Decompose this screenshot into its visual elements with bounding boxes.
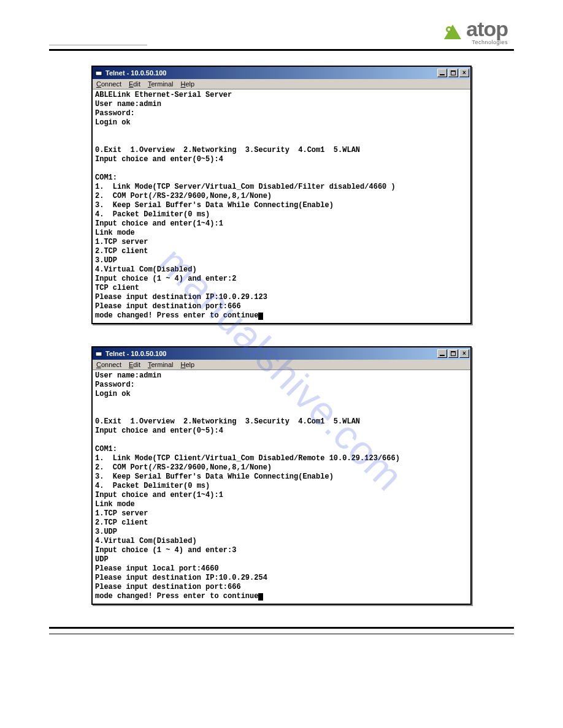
maximize-icon — [451, 70, 456, 75]
telnet-window-2: Telnet - 10.0.50.100 × Connect Edit Term… — [91, 346, 472, 605]
telnet-window-1: Telnet - 10.0.50.100 × Connect Edit Term… — [91, 66, 472, 324]
system-menu-icon[interactable] — [94, 69, 103, 77]
minimize-button[interactable] — [437, 69, 447, 77]
menu-terminal[interactable]: Terminal — [148, 361, 174, 368]
titlebar[interactable]: Telnet - 10.0.50.100 × — [93, 67, 470, 79]
brand-logo: atop Technologies — [442, 18, 508, 45]
logo-mark-icon — [442, 21, 464, 43]
cursor-icon — [258, 593, 263, 601]
minimize-button[interactable] — [437, 349, 447, 358]
menubar: Connect Edit Terminal Help — [93, 360, 470, 370]
logo-word: atop — [466, 18, 508, 39]
close-icon: × — [462, 70, 466, 76]
terminal-output-2[interactable]: User name:admin Password: Login ok 0.Exi… — [93, 370, 470, 604]
maximize-button[interactable] — [448, 349, 458, 358]
minimize-icon — [440, 355, 445, 356]
terminal-output-1[interactable]: ABLELink Ethernet-Serial Server User nam… — [93, 89, 470, 323]
maximize-button[interactable] — [448, 69, 458, 77]
menu-edit[interactable]: Edit — [129, 361, 140, 368]
titlebar[interactable]: Telnet - 10.0.50.100 × — [93, 347, 470, 360]
menubar: Connect Edit Terminal Help — [93, 79, 470, 89]
menu-help[interactable]: Help — [181, 361, 195, 368]
menu-terminal[interactable]: Terminal — [148, 80, 174, 88]
menu-help[interactable]: Help — [181, 80, 195, 88]
cursor-icon — [258, 313, 263, 320]
menu-connect[interactable]: Connect — [96, 361, 121, 368]
top-rule — [49, 49, 514, 51]
page-header: atop Technologies — [49, 18, 514, 45]
window-title: Telnet - 10.0.50.100 — [105, 69, 437, 77]
system-menu-icon[interactable] — [94, 349, 103, 358]
svg-rect-3 — [96, 70, 102, 72]
minimize-icon — [440, 74, 445, 75]
maximize-icon — [451, 351, 456, 356]
close-button[interactable]: × — [459, 69, 469, 77]
header-underline — [49, 45, 147, 45]
window-title: Telnet - 10.0.50.100 — [105, 350, 437, 357]
bottom-rule — [49, 627, 514, 629]
close-button[interactable]: × — [459, 349, 469, 358]
logo-subtext: Technologies — [466, 39, 508, 45]
close-icon: × — [462, 351, 466, 357]
menu-edit[interactable]: Edit — [129, 80, 140, 88]
svg-point-1 — [448, 28, 450, 31]
svg-rect-5 — [96, 351, 102, 352]
bottom-thin-rule — [49, 634, 514, 634]
menu-connect[interactable]: Connect — [96, 80, 121, 88]
